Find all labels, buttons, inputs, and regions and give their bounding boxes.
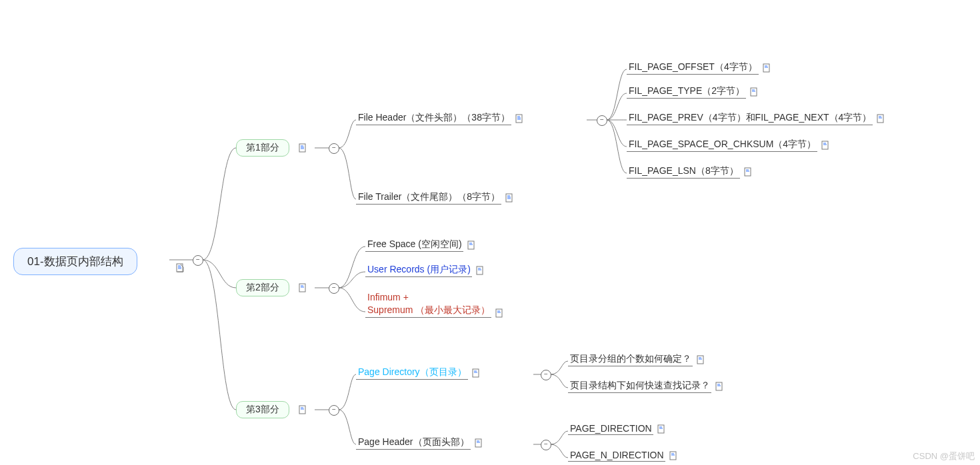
fh-offset[interactable]: FIL_PAGE_OFFSET（4字节） [627, 61, 772, 75]
p1-ft-label: File Trailer（文件尾部）（8字节） [356, 191, 501, 205]
note-icon[interactable] [476, 266, 485, 275]
part2-label: 第2部分 [246, 282, 279, 294]
pd-q2-label: 页目录结构下如何快速查找记录？ [568, 379, 711, 393]
svg-rect-10 [468, 241, 474, 249]
toggle-part3[interactable]: − [329, 405, 339, 416]
p1-file-trailer[interactable]: File Trailer（文件尾部）（8字节） [356, 191, 515, 205]
part3-node[interactable]: 第3部分 [236, 401, 289, 418]
svg-rect-17 [475, 439, 481, 447]
toggle-pd[interactable]: − [541, 370, 551, 380]
svg-rect-15 [697, 356, 703, 364]
svg-rect-18 [658, 425, 664, 433]
p3-pd-label: Page Directory（页目录） [356, 366, 468, 380]
fh-lsn[interactable]: FIL_PAGE_LSN（8字节） [627, 165, 753, 179]
p2-user-label: User Records (用户记录) [365, 263, 472, 277]
ph-dir[interactable]: PAGE_DIRECTION [568, 422, 667, 435]
note-icon[interactable] [697, 355, 706, 364]
part2-node[interactable]: 第2部分 [236, 279, 289, 296]
svg-rect-5 [751, 88, 757, 96]
svg-rect-0 [177, 264, 183, 272]
note-icon[interactable] [744, 167, 753, 177]
p2-free-space[interactable]: Free Space (空闲空间) [365, 238, 477, 252]
fh-type-label: FIL_PAGE_TYPE（2字节） [627, 85, 746, 99]
fh-chksum-label: FIL_PAGE_SPACE_OR_CHKSUM（4字节） [627, 138, 817, 152]
note-icon[interactable] [475, 438, 484, 448]
p1-file-header[interactable]: File Header（文件头部）（38字节） [356, 111, 525, 125]
p2-free-label: Free Space (空闲空间) [365, 238, 463, 252]
note-icon[interactable] [821, 141, 831, 150]
part3-label: 第3部分 [246, 404, 279, 416]
svg-rect-16 [716, 382, 722, 390]
p2-user-records[interactable]: User Records (用户记录) [365, 263, 485, 277]
pd-q1-label: 页目录分组的个数如何确定？ [568, 352, 693, 366]
fh-prevnext-label: FIL_PAGE_PREV（4字节）和FIL_PAGE_NEXT（4字节） [627, 111, 873, 125]
fh-offset-label: FIL_PAGE_OFFSET（4字节） [627, 61, 759, 75]
p2-inf-label: Infimum + Supremum （最小最大记录） [365, 290, 491, 318]
toggle-root[interactable]: − [193, 255, 203, 266]
p3-ph-label: Page Header（页面头部） [356, 436, 471, 450]
note-icon[interactable] [495, 308, 505, 318]
fh-chksum[interactable]: FIL_PAGE_SPACE_OR_CHKSUM（4字节） [627, 138, 831, 152]
ph-ndir-label: PAGE_N_DIRECTION [568, 449, 665, 462]
svg-rect-2 [516, 115, 522, 123]
watermark: CSDN @蛋饼吧 [913, 450, 975, 462]
pd-q1[interactable]: 页目录分组的个数如何确定？ [568, 352, 706, 366]
fh-type[interactable]: FIL_PAGE_TYPE（2字节） [627, 85, 759, 99]
fh-prevnext[interactable]: FIL_PAGE_PREV（4字节）和FIL_PAGE_NEXT（4字节） [627, 111, 886, 125]
pd-q2[interactable]: 页目录结构下如何快速查找记录？ [568, 379, 725, 393]
svg-rect-6 [877, 115, 883, 123]
svg-rect-4 [763, 64, 769, 72]
svg-rect-11 [477, 266, 483, 274]
note-icon[interactable] [715, 382, 725, 391]
ph-ndir[interactable]: PAGE_N_DIRECTION [568, 449, 679, 462]
part1-label: 第1部分 [246, 142, 279, 154]
note-icon[interactable] [299, 143, 308, 153]
note-icon[interactable] [657, 424, 667, 434]
note-icon[interactable] [467, 240, 477, 250]
p3-page-directory[interactable]: Page Directory（页目录） [356, 366, 481, 380]
toggle-ph[interactable]: − [541, 440, 551, 450]
p1-fh-label: File Header（文件头部）（38字节） [356, 111, 511, 125]
note-icon[interactable] [515, 114, 525, 123]
note-icon[interactable] [299, 283, 308, 292]
toggle-part1[interactable]: − [329, 143, 339, 154]
fh-lsn-label: FIL_PAGE_LSN（8字节） [627, 165, 740, 179]
part1-node[interactable]: 第1部分 [236, 139, 289, 157]
connectors [0, 0, 980, 465]
svg-rect-12 [496, 309, 502, 317]
root-label: 01-数据页内部结构 [27, 254, 123, 269]
svg-rect-13 [299, 406, 305, 414]
note-icon[interactable] [299, 405, 308, 414]
note-icon[interactable] [472, 368, 481, 378]
svg-rect-3 [506, 194, 512, 202]
note-icon[interactable] [877, 114, 886, 123]
toggle-fh[interactable]: − [597, 115, 607, 126]
note-icon[interactable] [763, 63, 772, 73]
root-node[interactable]: 01-数据页内部结构 [13, 248, 137, 275]
toggle-part2[interactable]: − [329, 283, 339, 294]
svg-rect-7 [822, 141, 828, 149]
note-icon[interactable] [176, 263, 185, 272]
note-icon[interactable] [750, 87, 759, 97]
svg-rect-14 [473, 369, 479, 377]
note-icon[interactable] [505, 193, 515, 203]
svg-rect-1 [299, 144, 305, 152]
ph-dir-label: PAGE_DIRECTION [568, 422, 653, 435]
p3-page-header[interactable]: Page Header（页面头部） [356, 436, 484, 450]
note-icon[interactable] [669, 451, 679, 460]
svg-rect-8 [745, 168, 751, 176]
svg-rect-9 [299, 284, 305, 292]
svg-rect-19 [670, 452, 676, 460]
p2-infimum[interactable]: Infimum + Supremum （最小最大记录） [365, 290, 505, 318]
